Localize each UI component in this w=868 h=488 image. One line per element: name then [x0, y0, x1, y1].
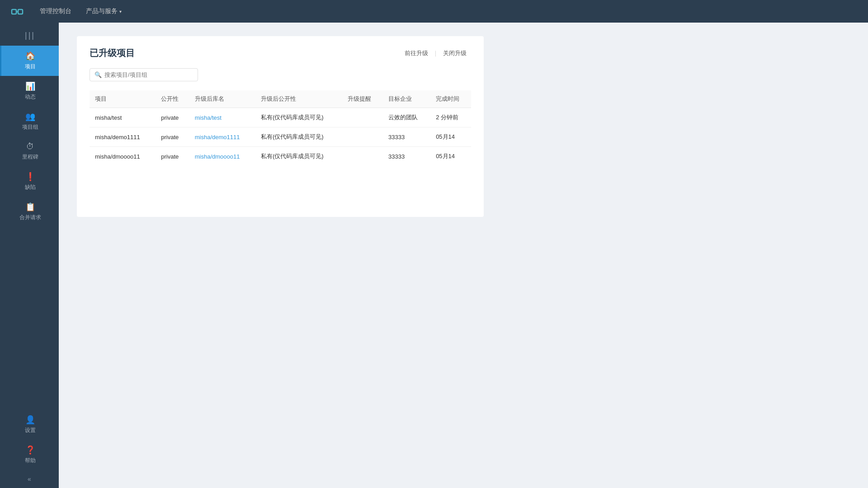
col-completed-at: 完成时间	[430, 90, 471, 108]
cell-upgraded-repo-1[interactable]: misha/demo1111	[189, 127, 255, 147]
cell-upgraded-repo-0[interactable]: misha/test	[189, 108, 255, 127]
cell-project-0: misha/test	[90, 108, 156, 127]
cell-project-1: misha/demo1111	[90, 127, 156, 147]
page-header: 已升级项目 前往升级 ｜ 关闭升级	[90, 47, 471, 59]
table-row: misha/test private misha/test 私有(仅代码库成员可…	[90, 108, 471, 127]
main-content: 已升级项目 前往升级 ｜ 关闭升级 🔍 项目 公开性 升级后库名	[59, 23, 868, 488]
search-bar: 🔍	[90, 68, 198, 81]
sidebar-collapse-row: |||	[0, 27, 59, 44]
table-header: 项目 公开性 升级后库名 升级后公开性 升级提醒 目标企业 完成时间	[90, 90, 471, 108]
chevron-down-icon: ▾	[119, 9, 122, 14]
action-divider: ｜	[433, 49, 439, 57]
cell-upgrade-reminder-1	[342, 127, 383, 147]
nav-products-services[interactable]: 产品与服务 ▾	[79, 0, 129, 23]
cell-upgraded-visibility-2: 私有(仅代码库成员可见)	[255, 147, 342, 166]
col-upgraded-visibility: 升级后公开性	[255, 90, 342, 108]
issue-icon: ❗	[25, 172, 35, 182]
sidebar-collapse-icon: |||	[25, 31, 34, 40]
search-input[interactable]	[104, 71, 193, 78]
upgraded-projects-card: 已升级项目 前往升级 ｜ 关闭升级 🔍 项目 公开性 升级后库名	[77, 36, 484, 217]
sidebar-item-help[interactable]: ❓ 帮助	[0, 440, 59, 470]
sidebar-item-projects[interactable]: 🏠 项目	[0, 46, 59, 76]
col-target-org: 目标企业	[383, 90, 430, 108]
top-navigation: 管理控制台 产品与服务 ▾	[0, 0, 868, 23]
settings-icon: 👤	[25, 415, 35, 425]
page-actions: 前往升级 ｜ 关闭升级	[400, 49, 471, 57]
sidebar: ||| 🏠 项目 📊 动态 👥 项目组 ⏱ 里程碑 ❗ 缺陷 📋 合并请求	[0, 23, 59, 488]
cell-visibility-2: private	[156, 147, 189, 166]
cell-target-org-2: 33333	[383, 147, 430, 166]
cell-target-org-0: 云效的团队	[383, 108, 430, 127]
page-title: 已升级项目	[90, 47, 135, 59]
sidebar-item-groups[interactable]: 👥 项目组	[0, 106, 59, 136]
activity-icon: 📊	[25, 81, 35, 91]
sidebar-collapse-button[interactable]: «	[0, 470, 59, 488]
merge-icon: 📋	[25, 202, 35, 212]
projects-table: 项目 公开性 升级后库名 升级后公开性 升级提醒 目标企业 完成时间 misha…	[90, 90, 471, 166]
cell-upgrade-reminder-0	[342, 108, 383, 127]
sidebar-item-merge[interactable]: 📋 合并请求	[0, 197, 59, 227]
go-upgrade-link[interactable]: 前往升级	[400, 49, 433, 57]
collapse-icon: «	[28, 475, 31, 483]
col-upgraded-repo: 升级后库名	[189, 90, 255, 108]
table-row: misha/dmoooo11 private misha/dmoooo11 私有…	[90, 147, 471, 166]
col-project: 项目	[90, 90, 156, 108]
cell-visibility-1: private	[156, 127, 189, 147]
svg-rect-0	[12, 9, 16, 14]
table-row: misha/demo1111 private misha/demo1111 私有…	[90, 127, 471, 147]
sidebar-item-settings[interactable]: 👤 设置	[0, 409, 59, 440]
search-icon: 🔍	[94, 71, 102, 78]
table-body: misha/test private misha/test 私有(仅代码库成员可…	[90, 108, 471, 166]
help-icon: ❓	[25, 445, 35, 455]
cell-upgraded-visibility-1: 私有(仅代码库成员可见)	[255, 127, 342, 147]
cell-upgraded-repo-2[interactable]: misha/dmoooo11	[189, 147, 255, 166]
milestone-icon: ⏱	[26, 142, 34, 151]
cell-upgraded-visibility-0: 私有(仅代码库成员可见)	[255, 108, 342, 127]
home-icon: 🏠	[25, 51, 35, 61]
cell-completed-at-2: 05月14	[430, 147, 471, 166]
logo	[9, 3, 25, 19]
col-visibility: 公开性	[156, 90, 189, 108]
sidebar-item-milestones[interactable]: ⏱ 里程碑	[0, 136, 59, 166]
cell-visibility-0: private	[156, 108, 189, 127]
svg-rect-1	[18, 9, 23, 14]
sidebar-item-issues[interactable]: ❗ 缺陷	[0, 166, 59, 197]
sidebar-item-activity[interactable]: 📊 动态	[0, 76, 59, 106]
nav-management-console[interactable]: 管理控制台	[33, 0, 79, 23]
close-upgrade-link[interactable]: 关闭升级	[439, 49, 471, 57]
cell-upgrade-reminder-2	[342, 147, 383, 166]
col-upgrade-reminder: 升级提醒	[342, 90, 383, 108]
cell-target-org-1: 33333	[383, 127, 430, 147]
cell-project-2: misha/dmoooo11	[90, 147, 156, 166]
cell-completed-at-1: 05月14	[430, 127, 471, 147]
cell-completed-at-0: 2 分钟前	[430, 108, 471, 127]
groups-icon: 👥	[25, 112, 35, 122]
